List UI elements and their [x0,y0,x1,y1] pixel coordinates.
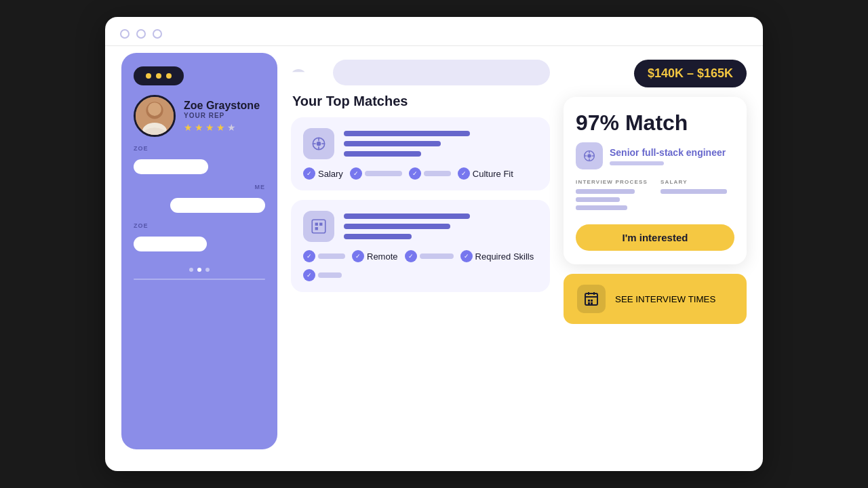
star-3: ★ [205,122,214,133]
svg-rect-25 [588,300,590,302]
rep-info: Zoe Graystone YOUR REP ★ ★ ★ ★ ★ [184,100,260,133]
chat-dot-2 [156,73,161,79]
interview-button[interactable]: SEE INTERVIEW TIMES [564,274,747,324]
job-bars-2 [344,211,538,239]
salary-col: SALARY [660,179,734,214]
job-icon-1 [303,128,334,159]
job-cards: ✓ Salary ✓ ✓ ✓ Culture [291,117,550,292]
browser-toolbar [105,17,763,46]
svg-point-3 [148,102,161,116]
calendar-icon [577,285,606,313]
star-4: ★ [216,122,225,133]
arrow-decoration [291,64,306,81]
tag-bar-visual-1 [365,171,402,176]
job-card-2-top [303,211,538,242]
chat-row-me [134,198,265,218]
phone-dot-1 [189,268,193,272]
browser-dot-1[interactable] [120,29,130,39]
match-details: INTERVIEW PROCESS SALARY [576,179,734,214]
chat-row-zoe-2 [134,237,265,257]
right-panel: $140K – $165K 97% Match [564,60,747,449]
match-job-info: Senior full-stack engineer [610,147,726,165]
interested-button[interactable]: I'm interested [576,224,734,251]
tag-bar-1: ✓ [350,167,402,180]
main-content: Your Top Matches [291,60,550,449]
match-job-title: Senior full-stack engineer [610,147,726,158]
chat-dot-3 [166,73,172,79]
tag-remote-bar2: ✓ [405,250,454,262]
tag-culture: ✓ Culture Fit [458,167,513,180]
job-bar-2-short [344,234,412,239]
chat-bubble-zoe-2 [134,237,207,251]
phone-dot-2 [197,268,201,272]
match-job-icon [576,142,603,169]
check-skills-bar: ✓ [303,269,315,281]
interview-bar-3 [576,205,627,210]
chat-bubble-header [134,66,184,85]
tag-bar-visual-5 [318,272,342,278]
interview-bar-1 [576,189,635,194]
svg-rect-12 [315,223,318,226]
check-skills: ✓ [460,250,473,262]
match-card: 97% Match Senior full-stack e [564,97,747,264]
chat-bubble-zoe-1 [134,159,208,174]
chat-bubble-me [170,198,265,213]
avatar [134,95,176,137]
svg-rect-11 [312,220,326,233]
job-tags-1: ✓ Salary ✓ ✓ ✓ Culture [303,167,538,180]
star-5: ★ [227,122,236,133]
star-2: ★ [195,122,203,133]
me-label: ME [134,184,265,190]
svg-point-6 [317,142,321,146]
phone-divider [134,279,265,280]
phone-dots [134,268,265,272]
browser-window: Zoe Graystone YOUR REP ★ ★ ★ ★ ★ ZOE [105,17,763,471]
browser-dot-2[interactable] [136,29,146,39]
job-card-1[interactable]: ✓ Salary ✓ ✓ ✓ Culture [291,117,550,190]
browser-content: Zoe Graystone YOUR REP ★ ★ ★ ★ ★ ZOE [105,46,763,463]
svg-rect-14 [315,227,318,230]
browser-dots [120,29,162,39]
tag-bar-visual-4 [420,253,454,259]
job-card-2[interactable]: ✓ ✓ Remote ✓ ✓ Require [291,200,550,292]
check-culture: ✓ [458,167,470,180]
svg-rect-28 [591,302,593,304]
tag-skills-bar: ✓ [303,269,342,281]
job-bar-2-medium [344,224,450,229]
check-remote-bar: ✓ [303,250,315,262]
search-bar[interactable] [333,60,550,85]
job-bars-1 [344,128,538,157]
interview-bar-2 [576,197,620,202]
check-remote: ✓ [352,250,364,262]
check-salary: ✓ [303,167,315,180]
chat-section: ZOE ME ZOE [134,145,265,257]
phone-card: Zoe Graystone YOUR REP ★ ★ ★ ★ ★ ZOE [121,53,277,449]
tag-salary-text: Salary [318,169,343,179]
check-remote-bar2: ✓ [405,250,417,262]
zoe-label-2: ZOE [134,222,265,229]
match-percent: 97% Match [576,110,734,136]
interview-process-label: INTERVIEW PROCESS [576,179,650,185]
tag-bar-2: ✓ [409,167,451,180]
svg-rect-13 [319,223,322,226]
tag-skills-text: Required Skills [475,251,534,262]
interview-process-col: INTERVIEW PROCESS [576,179,650,214]
rep-name: Zoe Graystone [184,100,260,112]
svg-point-16 [587,154,591,158]
interview-button-text: SEE INTERVIEW TIMES [615,294,715,304]
stars: ★ ★ ★ ★ ★ [184,122,260,133]
job-bar-1-short [344,151,421,157]
tag-remote-bar: ✓ [303,250,345,262]
rep-label: YOUR REP [184,112,260,119]
job-icon-2 [303,211,334,242]
browser-dot-3[interactable] [153,29,162,39]
tag-remote-text: Remote [367,251,398,262]
match-job-row: Senior full-stack engineer [576,142,734,169]
salary-col-label: SALARY [660,179,734,185]
salary-bar-1 [660,189,727,194]
svg-rect-26 [591,300,593,302]
chat-row-zoe-1 [134,159,265,180]
tag-skills: ✓ Required Skills [460,250,534,262]
rep-section: Zoe Graystone YOUR REP ★ ★ ★ ★ ★ [134,95,265,137]
check-bar-2: ✓ [409,167,421,180]
